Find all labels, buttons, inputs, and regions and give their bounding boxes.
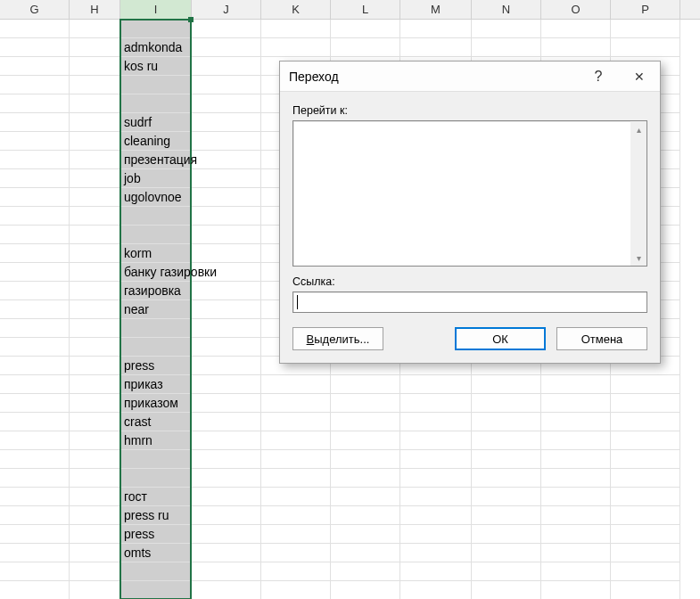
cell[interactable] — [611, 469, 680, 488]
cell[interactable] — [120, 113, 192, 132]
cell[interactable] — [261, 506, 331, 525]
cell[interactable] — [70, 450, 120, 469]
cell[interactable] — [261, 581, 331, 599]
cell[interactable] — [541, 544, 611, 562]
cell[interactable] — [70, 488, 120, 506]
cell[interactable] — [261, 525, 331, 544]
cell[interactable] — [331, 469, 400, 488]
cell[interactable] — [331, 488, 400, 506]
cell[interactable] — [261, 20, 331, 38]
cell[interactable] — [120, 581, 192, 599]
column-header-I[interactable]: I — [120, 0, 192, 19]
cell[interactable] — [0, 38, 70, 57]
cell[interactable] — [472, 413, 541, 431]
cell[interactable] — [0, 20, 70, 38]
cell[interactable] — [70, 469, 120, 488]
cell[interactable] — [192, 38, 261, 57]
cell[interactable] — [120, 375, 192, 394]
cell[interactable] — [0, 525, 70, 544]
cell[interactable] — [400, 413, 472, 431]
cell[interactable] — [70, 562, 120, 581]
cell[interactable] — [331, 394, 400, 413]
cell[interactable] — [261, 431, 331, 450]
cell[interactable] — [541, 488, 611, 506]
cell[interactable] — [611, 38, 680, 57]
cell[interactable] — [0, 151, 70, 169]
cell[interactable] — [192, 450, 261, 469]
cell[interactable] — [0, 244, 70, 263]
cell[interactable] — [611, 20, 680, 38]
cell[interactable] — [192, 300, 261, 319]
cell[interactable] — [611, 581, 680, 599]
cell[interactable] — [400, 562, 472, 581]
column-header-L[interactable]: L — [331, 0, 400, 19]
scrollbar[interactable]: ▴ ▾ — [630, 121, 646, 266]
cell[interactable] — [0, 562, 70, 581]
cell[interactable] — [192, 113, 261, 132]
cell[interactable] — [261, 544, 331, 562]
cell[interactable] — [400, 450, 472, 469]
cell[interactable] — [120, 151, 192, 169]
cell[interactable] — [611, 375, 680, 394]
cell[interactable] — [70, 113, 120, 132]
column-header-G[interactable]: G — [0, 0, 70, 19]
cell[interactable] — [70, 525, 120, 544]
cell[interactable] — [261, 375, 331, 394]
cell[interactable] — [541, 20, 611, 38]
cell[interactable] — [611, 450, 680, 469]
cell[interactable] — [331, 506, 400, 525]
cell[interactable] — [331, 375, 400, 394]
cell[interactable] — [192, 244, 261, 263]
cell[interactable] — [120, 562, 192, 581]
cell[interactable] — [0, 375, 70, 394]
cell[interactable] — [0, 57, 70, 76]
cell[interactable] — [541, 469, 611, 488]
cell[interactable] — [0, 113, 70, 132]
cell[interactable] — [120, 488, 192, 506]
cell[interactable] — [192, 20, 261, 38]
cell[interactable] — [70, 94, 120, 113]
cell[interactable] — [0, 76, 70, 94]
cell[interactable] — [0, 450, 70, 469]
cell[interactable] — [331, 562, 400, 581]
cell[interactable] — [400, 469, 472, 488]
cell[interactable] — [541, 394, 611, 413]
cell[interactable] — [192, 76, 261, 94]
cell[interactable] — [0, 431, 70, 450]
close-button[interactable]: ✕ — [619, 62, 660, 92]
cell[interactable] — [70, 375, 120, 394]
cell[interactable] — [261, 394, 331, 413]
cell[interactable] — [472, 506, 541, 525]
cell[interactable] — [192, 357, 261, 375]
cell[interactable] — [472, 581, 541, 599]
cell[interactable] — [331, 38, 400, 57]
cell[interactable] — [70, 506, 120, 525]
cell[interactable] — [0, 469, 70, 488]
scroll-down-icon[interactable]: ▾ — [630, 250, 646, 266]
cell[interactable] — [0, 132, 70, 151]
cell[interactable] — [541, 375, 611, 394]
cancel-button[interactable]: Отмена — [556, 327, 647, 350]
help-button[interactable]: ? — [578, 62, 619, 92]
cell[interactable] — [400, 581, 472, 599]
column-header-O[interactable]: O — [541, 0, 611, 19]
cell[interactable] — [400, 375, 472, 394]
column-header-H[interactable]: H — [70, 0, 120, 19]
cell[interactable] — [70, 394, 120, 413]
cell[interactable] — [192, 94, 261, 113]
cell[interactable] — [120, 450, 192, 469]
cell[interactable] — [0, 581, 70, 599]
cell[interactable] — [261, 562, 331, 581]
cell[interactable] — [0, 506, 70, 525]
cell[interactable] — [541, 450, 611, 469]
cell[interactable] — [192, 151, 261, 169]
cell[interactable] — [120, 188, 192, 207]
cell[interactable] — [70, 282, 120, 300]
select-button[interactable]: Выделить... — [292, 327, 383, 350]
cell[interactable] — [472, 431, 541, 450]
cell[interactable] — [472, 20, 541, 38]
cell[interactable] — [611, 562, 680, 581]
cell[interactable] — [541, 38, 611, 57]
cell[interactable] — [472, 544, 541, 562]
cell[interactable] — [120, 431, 192, 450]
